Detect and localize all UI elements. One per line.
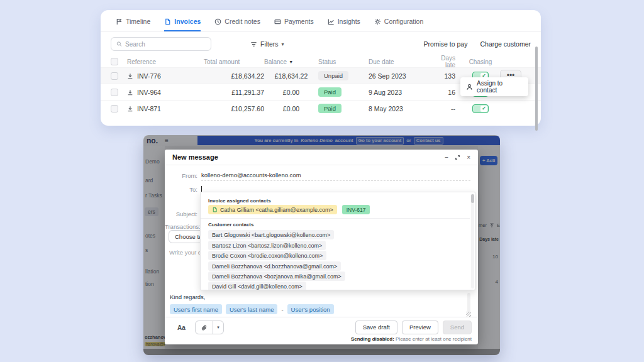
close-button[interactable]: × — [467, 154, 470, 161]
position-variable-chip[interactable]: User's position — [287, 304, 334, 314]
modal-titlebar: New message − × — [165, 150, 478, 165]
invoice-badge: INV-617 — [342, 205, 370, 214]
table-actions: Promise to pay Charge customer — [423, 40, 531, 48]
resize-handle[interactable] — [466, 312, 471, 317]
attachment-options-button[interactable]: ▾ — [213, 321, 223, 334]
contact-option[interactable]: Bartosz Lizon <bartosz.lizon@kolleno.com… — [208, 241, 326, 250]
chasing-toggle[interactable]: ✓ — [472, 104, 489, 113]
timeline-icon — [116, 18, 123, 25]
assigned-contacts-header: Invoice assigned contacts — [208, 198, 271, 204]
contact-option[interactable]: Brodie Coxon <brodie.coxon@kolleno.com> — [208, 251, 326, 260]
tab-credit-notes[interactable]: Credit notes — [214, 18, 260, 31]
configuration-icon — [374, 18, 381, 25]
row-checkbox[interactable] — [111, 72, 118, 80]
menu-item-label: Assign to contact — [477, 80, 523, 94]
expand-button[interactable] — [455, 155, 460, 160]
row-checkbox[interactable] — [111, 105, 118, 112]
col-reference: Reference — [127, 58, 204, 65]
save-draft-button[interactable]: Save draft — [355, 321, 397, 334]
signature-variables: User's first name User's last name - Use… — [170, 304, 334, 314]
download-icon[interactable] — [127, 89, 133, 96]
filter-icon — [250, 41, 257, 48]
person-icon — [466, 84, 473, 90]
due-date: 8 May 2023 — [369, 105, 436, 112]
total-amount: £18,634.22 — [204, 72, 264, 80]
vertical-scrollbar[interactable] — [535, 47, 538, 131]
filters-label: Filters — [260, 40, 279, 48]
tab-insights[interactable]: Insights — [328, 18, 360, 31]
payments-icon — [274, 18, 281, 25]
tab-label: Invoices — [174, 18, 201, 25]
balance: £18,634.22 — [264, 72, 318, 80]
balance: £0.00 — [264, 89, 318, 96]
attach-file-button[interactable] — [196, 321, 213, 334]
select-all-checkbox[interactable] — [111, 58, 118, 65]
insights-icon — [328, 18, 335, 25]
col-days-late: Days late — [436, 55, 464, 69]
app-window: no. ≡ You are currently in Kolleno Demo … — [143, 135, 500, 355]
attachment-button-group: ▾ — [195, 321, 224, 334]
contact-option[interactable]: David Gill <david.gill@kolleno.com> — [208, 282, 306, 290]
download-icon[interactable] — [127, 106, 133, 112]
tab-bar: Timeline Invoices Credit notes Payments … — [101, 10, 541, 32]
last-name-variable-chip[interactable]: User's last name — [226, 304, 277, 314]
assigned-contact-option[interactable]: Catha Gilliam <catha.gilliam@example.com… — [208, 205, 337, 214]
tab-invoices[interactable]: Invoices — [164, 18, 201, 31]
assign-to-contact-menu-item[interactable]: Assign to contact — [460, 77, 528, 96]
chevron-down-icon: ▾ — [282, 41, 284, 47]
status-badge: Paid — [318, 87, 341, 97]
minimize-button[interactable]: − — [445, 154, 448, 161]
total-amount: £10,257.60 — [204, 105, 264, 112]
contacts-dropdown: Invoice assigned contacts Catha Gilliam … — [200, 192, 475, 290]
text-format-button[interactable]: Aa — [177, 324, 186, 331]
from-value[interactable]: kolleno-demo@accounts-kolleno.com — [201, 172, 470, 181]
signature-greeting: Kind regards, — [170, 293, 206, 300]
subject-label: Subject: — [165, 211, 197, 217]
table-header: Reference Total amount Balance▼ Status D… — [101, 55, 541, 67]
status-badge: Paid — [318, 104, 341, 113]
balance: £0.00 — [264, 105, 318, 112]
col-status: Status — [318, 58, 369, 65]
tab-timeline[interactable]: Timeline — [116, 18, 150, 31]
due-date: 9 Aug 2023 — [369, 89, 436, 96]
signature-separator: - — [281, 306, 283, 313]
from-field: From: kolleno-demo@accounts-kolleno.com — [165, 170, 470, 181]
modal-title: New message — [172, 153, 218, 161]
invoice-reference: INV-964 — [127, 89, 204, 96]
charge-customer-button[interactable]: Charge customer — [480, 40, 531, 48]
invoice-reference: INV-776 — [127, 72, 204, 80]
download-icon[interactable] — [127, 73, 133, 79]
send-button[interactable]: Send — [443, 321, 472, 334]
col-due-date: Due date — [369, 58, 436, 65]
from-label: From: — [165, 172, 197, 181]
sending-disabled-note: Sending disabled: Please enter at least … — [351, 336, 472, 342]
tab-payments[interactable]: Payments — [274, 18, 314, 31]
tab-label: Payments — [284, 18, 314, 25]
contact-option[interactable]: Bart Glogowski <bart.glogowski@kolleno.c… — [208, 230, 334, 239]
screenshot-root: Timeline Invoices Credit notes Payments … — [0, 0, 644, 362]
contact-option[interactable]: Dameli Bozzhanova <bozjanova.mika@gmail.… — [208, 272, 345, 281]
first-name-variable-chip[interactable]: User's first name — [170, 304, 222, 314]
row-checkbox[interactable] — [111, 89, 118, 96]
paperclip-icon — [201, 324, 208, 331]
dropdown-scrollbar-thumb[interactable] — [471, 194, 474, 203]
tab-label: Credit notes — [225, 18, 260, 25]
preview-button[interactable]: Preview — [402, 321, 438, 334]
status-badge: Unpaid — [318, 71, 348, 80]
promise-to-pay-button[interactable]: Promise to pay — [423, 40, 467, 48]
tab-label: Timeline — [126, 18, 150, 25]
col-chasing: Chasing — [464, 58, 497, 65]
check-icon: ✓ — [480, 106, 487, 112]
divider — [165, 317, 478, 317]
col-balance[interactable]: Balance▼ — [264, 58, 318, 65]
filters-button[interactable]: Filters ▾ — [250, 40, 284, 48]
contact-option[interactable]: Dameli Bozzhanova <d.bozzhanova@gmail.co… — [208, 261, 341, 271]
search-input[interactable] — [125, 41, 206, 48]
col-total-amount: Total amount — [204, 58, 264, 65]
table-row[interactable]: INV-871 £10,257.60 £0.00 Paid 8 May 2023… — [101, 100, 541, 116]
total-amount: £11,291.37 — [204, 89, 264, 96]
to-label: To: — [165, 186, 197, 195]
search-box[interactable] — [111, 37, 211, 51]
tab-configuration[interactable]: Configuration — [374, 18, 423, 31]
invoice-panel: Timeline Invoices Credit notes Payments … — [101, 10, 541, 126]
